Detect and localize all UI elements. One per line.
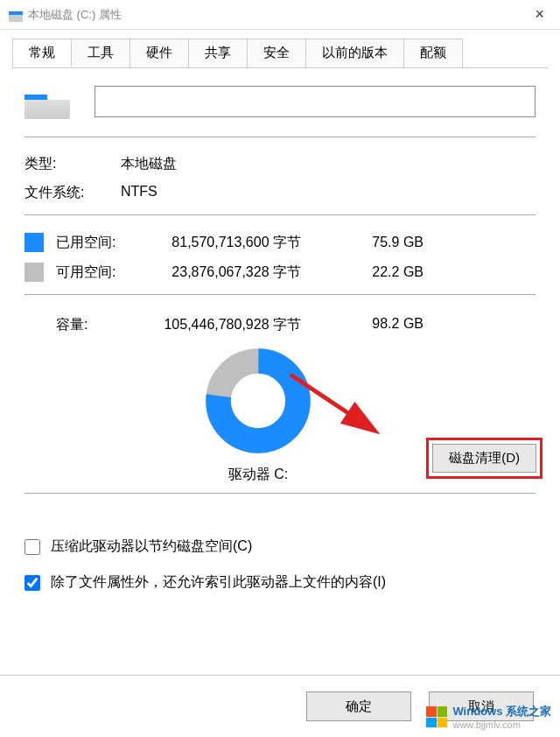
disk-cleanup-button[interactable]: 磁盘清理(D) (432, 444, 536, 473)
tab-content: 类型: 本地磁盘 文件系统: NTFS 已用空间: 81,570,713,600… (0, 68, 560, 600)
filesystem-value: NTFS (121, 184, 158, 202)
windows-logo-icon (426, 706, 447, 727)
compress-checkbox[interactable] (24, 539, 40, 555)
tab-previous-versions[interactable]: 以前的版本 (305, 39, 404, 67)
cleanup-highlight-box: 磁盘清理(D) (426, 438, 542, 479)
filesystem-label: 文件系统: (24, 184, 121, 202)
tab-quota[interactable]: 配额 (403, 39, 463, 67)
svg-line-2 (290, 375, 369, 427)
drive-name-label: 驱动器 C: (228, 466, 288, 484)
used-swatch-icon (24, 233, 44, 252)
drive-large-icon (24, 84, 70, 119)
tab-general[interactable]: 常规 (12, 39, 72, 67)
annotation-arrow-icon (282, 366, 387, 445)
index-label: 除了文件属性外，还允许索引此驱动器上文件的内容(I) (51, 573, 386, 592)
free-space-bytes: 23,876,067,328 字节 (152, 263, 354, 282)
window-title: 本地磁盘 (C:) 属性 (28, 7, 528, 23)
free-space-gb: 22.2 GB (354, 264, 424, 280)
free-swatch-icon (24, 263, 44, 282)
index-checkbox-row[interactable]: 除了文件属性外，还允许索引此驱动器上文件的内容(I) (24, 565, 536, 600)
titlebar: 本地磁盘 (C:) 属性 × (0, 0, 560, 30)
watermark-url: www.bjjmlv.com (452, 719, 551, 730)
compress-label: 压缩此驱动器以节约磁盘空间(C) (51, 537, 252, 556)
type-value: 本地磁盘 (121, 155, 177, 173)
tab-hardware[interactable]: 硬件 (130, 39, 189, 67)
tab-sharing[interactable]: 共享 (188, 39, 248, 67)
type-label: 类型: (24, 155, 121, 173)
close-button[interactable]: × (528, 5, 551, 24)
watermark: Windows 系统之家 www.bjjmlv.com (426, 704, 551, 730)
drive-icon (9, 8, 23, 22)
tab-tools[interactable]: 工具 (71, 39, 130, 67)
used-space-gb: 75.9 GB (354, 235, 424, 250)
ok-button[interactable]: 确定 (306, 691, 411, 721)
free-space-label: 可用空间: (56, 263, 152, 282)
used-space-label: 已用空间: (56, 234, 152, 252)
tab-security[interactable]: 安全 (247, 39, 306, 67)
capacity-bytes: 105,446,780,928 字节 (152, 316, 354, 334)
tab-bar: 常规 工具 硬件 共享 安全 以前的版本 配额 (0, 30, 560, 68)
index-checkbox[interactable] (24, 575, 40, 591)
used-space-bytes: 81,570,713,600 字节 (152, 234, 354, 252)
watermark-text: Windows 系统之家 (452, 704, 551, 719)
capacity-gb: 98.2 GB (354, 316, 424, 334)
capacity-label: 容量: (24, 316, 152, 334)
volume-label-input[interactable] (94, 86, 536, 117)
compress-checkbox-row[interactable]: 压缩此驱动器以节约磁盘空间(C) (24, 529, 536, 565)
